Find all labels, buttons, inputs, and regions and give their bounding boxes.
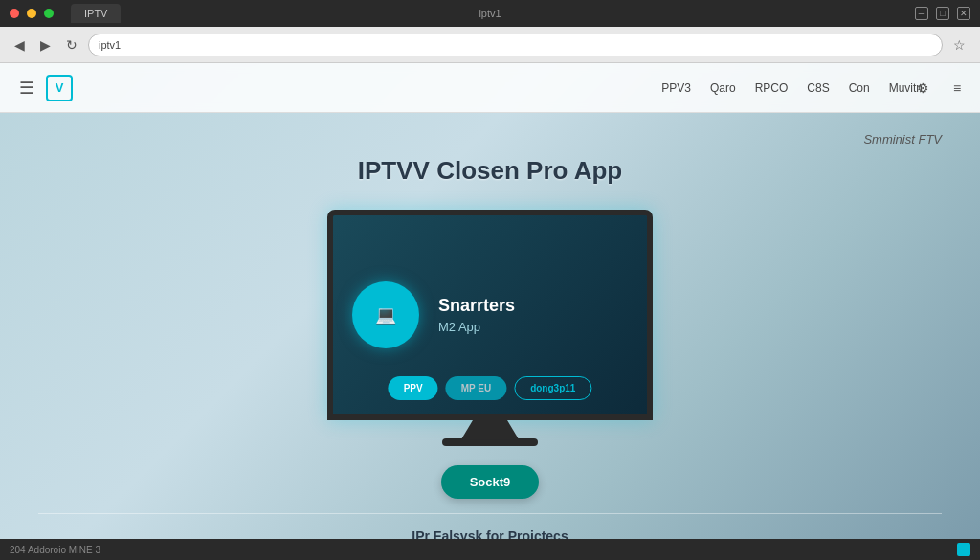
nav-link-qaro[interactable]: Qaro xyxy=(710,81,736,95)
site-logo: V xyxy=(46,75,73,101)
minimize-dot[interactable] xyxy=(27,9,36,18)
browser-toolbar: ◀ ▶ ↻ ☆ xyxy=(0,27,980,63)
nav-links: PPV3 Qaro RPCO C8S Con Muvitn xyxy=(661,81,923,95)
tv-btn-dong[interactable]: dong3p11 xyxy=(514,376,591,400)
tv-container: 💻 Snarrters M2 App PPV MP EU dong3p11 xyxy=(38,210,942,446)
tv-base xyxy=(442,438,538,446)
back-button[interactable]: ◀ xyxy=(10,35,30,55)
tv-btn-mpeu[interactable]: MP EU xyxy=(446,376,507,400)
settings-button[interactable]: ⚙ xyxy=(909,75,936,101)
browser-tab[interactable]: IPTV xyxy=(71,4,121,23)
menu-button[interactable]: ≡ xyxy=(944,75,970,101)
laptop-icon: 💻 xyxy=(375,304,396,325)
tv-stand xyxy=(461,420,519,439)
status-text-left: 204 Addoroio MINE 3 xyxy=(10,545,100,555)
tv-app-info: Snarrters M2 App xyxy=(438,296,515,334)
tv-app-icon: 💻 xyxy=(352,281,419,348)
status-bar: 204 Addoroio MINE 3 xyxy=(0,539,980,560)
nav-icons: ⚙ ≡ xyxy=(909,75,970,101)
status-indicator xyxy=(957,543,970,556)
download-button[interactable]: Sockt9 xyxy=(441,465,540,499)
browser-titlebar: IPTV iptv1 ─ □ ✕ xyxy=(0,0,980,27)
tv-screen: 💻 Snarrters M2 App PPV MP EU dong3p11 xyxy=(327,210,653,420)
browser-address-display: iptv1 xyxy=(479,8,501,19)
tv-wrapper: 💻 Snarrters M2 App PPV MP EU dong3p11 xyxy=(327,210,653,446)
main-content: Smminist FTV IPTVV Closen Pro App 💻 Snar… xyxy=(0,113,980,560)
site-navbar: ☰ V PPV3 Qaro RPCO C8S Con Muvitn ⚙ ≡ xyxy=(0,63,980,113)
tv-app-name: Snarrters xyxy=(438,296,515,316)
browser-window-controls: ─ □ ✕ xyxy=(915,7,970,20)
forward-button[interactable]: ▶ xyxy=(35,35,56,55)
subtitle-top: Smminist FTV xyxy=(38,132,942,146)
page-title: IPTVV Closen Pro App xyxy=(38,156,942,186)
close-icon[interactable]: ✕ xyxy=(957,7,970,20)
maximize-dot[interactable] xyxy=(44,9,54,18)
tv-app-subtitle: M2 App xyxy=(438,320,515,334)
restore-icon[interactable]: □ xyxy=(936,7,949,20)
refresh-button[interactable]: ↻ xyxy=(61,35,82,55)
status-right xyxy=(957,543,970,556)
hamburger-icon[interactable]: ☰ xyxy=(19,78,34,99)
tv-btn-ppv[interactable]: PPV xyxy=(389,376,438,400)
download-area: Sockt9 xyxy=(38,465,942,499)
logo-icon: V xyxy=(46,75,73,101)
minimize-icon[interactable]: ─ xyxy=(915,7,928,20)
nav-link-rpco[interactable]: RPCO xyxy=(755,81,789,95)
close-dot[interactable] xyxy=(10,9,19,18)
bookmark-button[interactable]: ☆ xyxy=(948,35,970,55)
address-bar[interactable] xyxy=(88,34,943,56)
tv-buttons: PPV MP EU dong3p11 xyxy=(348,376,631,400)
nav-link-c8s[interactable]: C8S xyxy=(807,81,829,95)
nav-link-ppv3[interactable]: PPV3 xyxy=(661,81,691,95)
nav-link-con[interactable]: Con xyxy=(849,81,870,95)
